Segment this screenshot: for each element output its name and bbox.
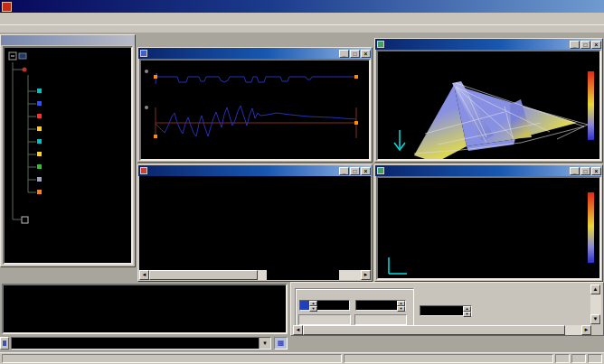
close-icon[interactable]: ×: [361, 50, 371, 58]
close-icon[interactable]: ×: [591, 167, 601, 175]
shape-window-icon: [377, 41, 384, 48]
axis-arrow-icon: [394, 130, 405, 150]
minimize-icon[interactable]: _: [339, 50, 349, 58]
spin-down-icon[interactable]: ▼: [309, 306, 317, 312]
frf-window: _□×: [137, 47, 373, 163]
application-window: _□×: [0, 0, 604, 364]
console-selector-row: ▼ ▦: [0, 337, 289, 350]
titlebar[interactable]: [0, 0, 604, 13]
col-spinner[interactable]: ▲▼: [355, 300, 406, 311]
step-value: [420, 306, 463, 315]
panel-vscrollbar[interactable]: ▲ ▼: [590, 285, 601, 324]
modes-table-header: [139, 176, 371, 187]
cursor-control-panel: ▲▼ ▲▼ ▲▼ ▲ ▼ ◄: [290, 282, 604, 336]
mac-view[interactable]: [376, 176, 601, 280]
menubar: [0, 13, 604, 24]
mac-window-icon: [377, 167, 384, 174]
minimize-icon[interactable]: _: [339, 167, 349, 175]
axis-corner-icon: [385, 256, 412, 277]
frf-plot[interactable]: [139, 59, 371, 161]
mac-titlebar[interactable]: _□×: [375, 165, 602, 176]
result-selector-value: [12, 338, 259, 349]
tree-graphic: [5, 48, 131, 263]
channel-select-group: ▲▼ ▲▼: [295, 288, 414, 330]
row-value: [300, 301, 309, 310]
frf-window-icon: [140, 50, 147, 57]
console-mode-button[interactable]: ▦: [274, 337, 288, 350]
console-panel: [0, 282, 289, 336]
modes-table: [139, 176, 371, 270]
chevron-down-icon[interactable]: ▼: [259, 338, 270, 349]
modes-window: _□× ◄ ►: [137, 164, 373, 282]
status-cell: [555, 354, 570, 363]
close-icon[interactable]: ×: [361, 167, 371, 175]
console-handle[interactable]: [0, 337, 9, 350]
mac-window: _□×: [374, 164, 603, 282]
project-panel-titlebar[interactable]: [1, 35, 135, 45]
shape-titlebar[interactable]: _□×: [375, 39, 602, 50]
app-icon: [2, 2, 12, 12]
scroll-right-icon[interactable]: ►: [581, 325, 591, 335]
maximize-icon[interactable]: □: [580, 167, 590, 175]
redacted-region: [267, 270, 339, 280]
aircraft-model: [378, 65, 599, 159]
project-tree[interactable]: [3, 46, 133, 265]
result-selector[interactable]: ▼: [11, 337, 271, 350]
step-spinner[interactable]: ▲▼: [420, 305, 472, 316]
project-panel: [0, 34, 136, 267]
modes-hscrollbar[interactable]: ◄ ►: [139, 270, 371, 280]
scroll-right-icon[interactable]: ►: [361, 270, 371, 280]
spin-down-icon[interactable]: ▼: [397, 306, 405, 312]
scroll-thumb[interactable]: [149, 270, 258, 280]
panel-hscrollbar[interactable]: ◄ ►: [293, 325, 591, 335]
col-value: [356, 301, 397, 310]
minimize-icon[interactable]: _: [570, 167, 580, 175]
status-cell: [588, 354, 602, 363]
scroll-left-icon[interactable]: ◄: [139, 270, 149, 280]
minimize-icon[interactable]: _: [570, 41, 580, 49]
row-channel-field: [298, 314, 351, 325]
col-channel-field: [354, 314, 407, 325]
row-spinner[interactable]: ▲▼: [299, 300, 350, 311]
status-message: [344, 354, 553, 363]
scroll-up-icon[interactable]: ▲: [590, 285, 600, 294]
maximize-icon[interactable]: □: [350, 50, 360, 58]
status-cell: [571, 354, 586, 363]
spin-down-icon[interactable]: ▼: [463, 312, 471, 317]
statusbar: [0, 352, 604, 364]
console-output[interactable]: [2, 284, 288, 334]
scroll-thumb[interactable]: [303, 325, 565, 335]
shape-view[interactable]: [376, 50, 601, 161]
maximize-icon[interactable]: □: [580, 41, 590, 49]
scroll-left-icon[interactable]: ◄: [293, 325, 303, 335]
frf-titlebar[interactable]: _□×: [138, 48, 372, 59]
frf-plot-graphic: [141, 61, 369, 159]
modes-titlebar[interactable]: _□×: [138, 165, 372, 176]
maximize-icon[interactable]: □: [350, 167, 360, 175]
scroll-down-icon[interactable]: ▼: [590, 314, 600, 324]
shape-colorbar: [588, 71, 594, 140]
close-icon[interactable]: ×: [591, 41, 601, 49]
modes-window-icon: [140, 167, 147, 174]
status-ready: [2, 354, 342, 363]
shape-window: _□×: [374, 38, 603, 163]
mdi-workspace: _□×: [0, 33, 604, 352]
mac-colorbar: [588, 192, 594, 263]
